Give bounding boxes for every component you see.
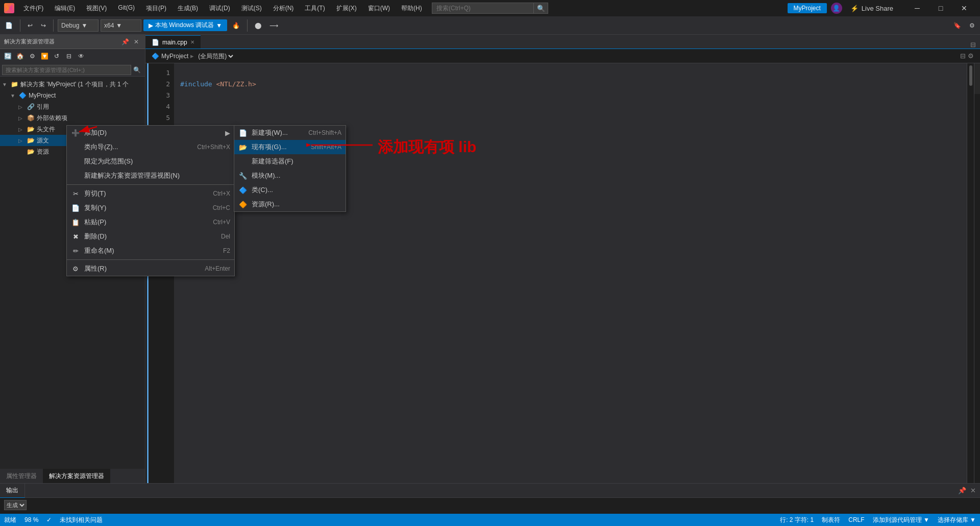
hot-reload-btn[interactable]: 🔥 [229,18,243,33]
undo-btn[interactable]: ↩ [24,18,36,33]
properties-tab[interactable]: 属性管理器 [0,469,43,483]
bookmark-btn[interactable]: 🔖 [950,18,964,33]
tree-references[interactable]: ▷ 🔗 引用 [0,101,145,112]
title-search-button[interactable]: 🔍 [534,3,548,14]
bottom-panel-content: 生成 [0,498,980,514]
resources-icon: 📂 [27,148,35,156]
menu-item-cut[interactable]: ✂ 剪切(T) Ctrl+X [67,186,234,201]
existitem-icon: 📂 [238,144,248,151]
output-source-dropdown[interactable]: 生成 [4,500,27,510]
project-name-badge: MyProject [788,3,827,13]
menu-test[interactable]: 测试(S) [236,2,267,15]
settings-icon[interactable]: ⚙ [966,18,978,33]
settings-editor-btn[interactable]: ⚙ [968,52,974,60]
user-avatar[interactable]: 👤 [831,3,842,14]
menu-edit[interactable]: 编辑(E) [50,2,80,15]
tab-main-cpp[interactable]: 📄 main.cpp ✕ [145,35,201,49]
menu-item-props[interactable]: ⚙ 属性(R) Alt+Enter [67,261,234,276]
menu-item-copy[interactable]: 📄 复制(Y) Ctrl+C [67,201,234,215]
annotation-text: 添加现有项 lib [378,138,476,155]
title-search-input[interactable] [432,3,534,14]
run-arrow: ▼ [216,22,222,29]
menu-view[interactable]: 视图(V) [81,2,112,15]
breadcrumb-project-label: MyProject [161,53,188,60]
select-repo-btn[interactable]: 选择存储库 ▼ [938,516,976,524]
search-icon[interactable]: 🔍 [131,66,143,74]
maximize-button[interactable]: □ [929,0,952,16]
menu-build[interactable]: 生成(B) [173,2,203,15]
split-editor-btn[interactable]: ⊟ [966,41,980,49]
resource-label: 资源(R)... [252,200,341,209]
run-debugger-btn[interactable]: ▶ 本地 Windows 调试器 ▼ [143,19,227,31]
scope-dropdown[interactable]: (全局范围) [196,52,235,60]
collapse-btn[interactable]: ⊟ [63,51,75,62]
menu-debug[interactable]: 调试(D) [204,2,235,15]
close-button[interactable]: ✕ [952,0,976,16]
include-path: <NTL/ZZ.h> [216,80,256,88]
menu-item-scope[interactable]: 限定为此范围(S) [67,154,234,169]
menu-sep-1 [67,184,234,185]
menu-item-classwiz[interactable]: 类向导(Z)... Ctrl+Shift+X [67,140,234,154]
refs-icon: 🔗 [27,103,35,111]
menu-item-rename[interactable]: ✏ 重命名(M) F2 [67,244,234,258]
submenu-class[interactable]: 🔷 类(C)... [234,183,346,197]
submenu-newfilter[interactable]: 新建筛选器(F) [234,154,346,169]
newfilter-label: 新建筛选器(F) [252,157,341,166]
rename-shortcut: F2 [223,247,230,254]
debug-mode-dropdown[interactable]: Debug ▼ [58,19,99,32]
home-btn[interactable]: 🏠 [14,51,26,62]
solution-explorer-tab[interactable]: 解决方案资源管理器 [43,469,110,483]
paste-icon: 📋 [71,219,80,226]
delete-label: 删除(D) [84,232,217,241]
bottom-close-btn[interactable]: ✕ [970,487,976,494]
add-to-source-btn[interactable]: 添加到源代码管理 ▼ [873,516,929,524]
show-all-btn[interactable]: 👁 [76,51,87,62]
breakpoint-btn[interactable]: ⬤ [252,18,264,33]
menu-help[interactable]: 帮助(H) [396,2,427,15]
panel-close-btn[interactable]: ✕ [132,37,141,46]
editor-scrollbar[interactable] [967,63,974,483]
menu-item-newsol[interactable]: 新建解决方案资源管理器视图(N) [67,169,234,183]
menu-project[interactable]: 项目(P) [141,2,172,15]
resource-icon: 🔶 [238,201,248,208]
menu-tools[interactable]: 工具(T) [300,2,330,15]
platform-dropdown[interactable]: x64 ▼ [101,19,141,32]
tree-project[interactable]: ▼ 🔷 MyProject [0,90,145,101]
paste-shortcut: Ctrl+V [213,219,230,226]
tree-extern-deps[interactable]: ▷ 📦 外部依赖项 [0,112,145,124]
submenu-existitem[interactable]: 📂 现有项(G)... Shift+Alt+A [234,140,346,154]
menu-window[interactable]: 窗口(W) [363,2,395,15]
sync-btn[interactable]: 🔄 [2,51,13,62]
step-btn[interactable]: ⟶ [266,18,281,33]
menu-git[interactable]: Git(G) [113,2,140,15]
zoom-level[interactable]: 98 % [24,516,38,523]
tab-main-cpp-close[interactable]: ✕ [190,39,194,45]
bottom-pin-btn[interactable]: 📌 [958,487,966,494]
error-status-text[interactable]: 未找到相关问题 [60,516,103,524]
solution-search-input[interactable] [2,65,131,75]
menu-file[interactable]: 文件(F) [18,2,48,15]
menu-item-delete[interactable]: ✖ 删除(D) Del [67,229,234,244]
status-bar-right: 行: 2 字符: 1 制表符 CRLF 添加到源代码管理 ▼ 选择存储库 ▼ [780,516,976,524]
tree-solution-root[interactable]: ▼ 📁 解决方案 'MyProject' (1 个项目，共 1 个 [0,79,145,90]
refs-label: 引用 [37,103,49,111]
submenu-newitem[interactable]: 📄 新建项(W)... Ctrl+Shift+A [234,126,346,140]
menu-item-paste[interactable]: 📋 粘贴(P) Ctrl+V [67,215,234,229]
submenu-resource[interactable]: 🔶 资源(R)... [234,197,346,211]
redo-btn[interactable]: ↪ [38,18,49,33]
filter-btn[interactable]: 🔽 [39,51,50,62]
menu-item-add[interactable]: ➕ 添加(D) ▶ [67,126,234,140]
live-share-button[interactable]: ⚡ Live Share [846,5,897,12]
menu-extensions[interactable]: 扩展(X) [331,2,362,15]
refresh-btn[interactable]: ↺ [51,51,62,62]
pin-btn[interactable]: 📌 [120,37,130,46]
minimize-button[interactable]: ─ [905,0,929,16]
prop-btn[interactable]: ⚙ [27,51,38,62]
rename-label: 重命名(M) [84,246,219,255]
output-tab[interactable]: 输出 [0,484,25,498]
new-project-btn[interactable]: 📄 [2,18,16,33]
copy-label: 复制(Y) [84,203,209,212]
submenu-module[interactable]: 🔧 模块(M)... [234,169,346,183]
menu-analyze[interactable]: 分析(N) [268,2,299,15]
split-vert-btn[interactable]: ⊟ [960,52,966,60]
